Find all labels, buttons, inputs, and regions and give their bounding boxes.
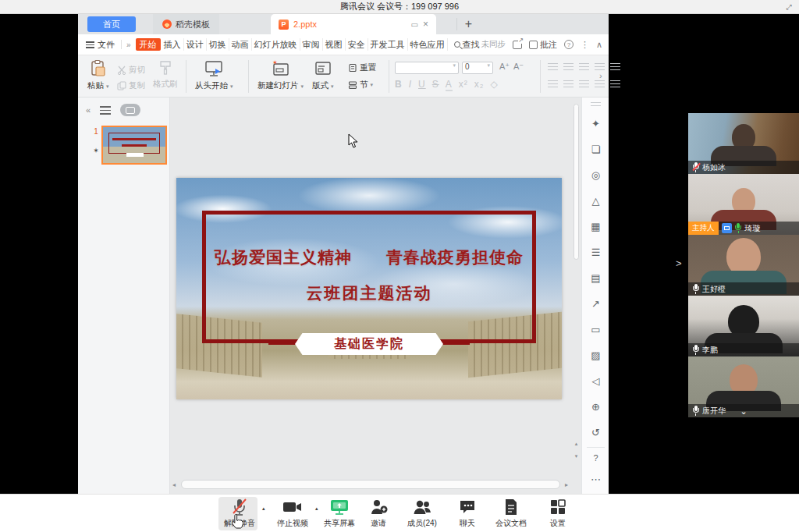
video-tile-3[interactable]: 王好橙 bbox=[688, 235, 799, 296]
clear-format-icon[interactable]: ◇ bbox=[490, 79, 498, 91]
justify-icon[interactable] bbox=[595, 80, 605, 88]
share-icon[interactable] bbox=[513, 41, 522, 49]
adjust-tools-icon[interactable]: ☰ bbox=[582, 246, 609, 258]
stop-video-button[interactable]: 停止视频 bbox=[272, 498, 314, 529]
font-color-icon[interactable]: A bbox=[446, 79, 453, 91]
members-button[interactable]: 成员(24) bbox=[401, 498, 443, 529]
history-icon[interactable]: ↺ bbox=[582, 427, 609, 438]
horizontal-scrollbar[interactable] bbox=[181, 480, 560, 489]
menu-item-devtools[interactable]: 开发工具 bbox=[368, 38, 408, 51]
find-button[interactable]: 查找 bbox=[454, 39, 480, 51]
slide-editor[interactable]: 弘扬爱国主义精神 青春战疫勇担使命 云班团主题活动 基础医学院 bbox=[176, 178, 562, 399]
align-center-icon[interactable] bbox=[563, 80, 574, 88]
collapse-panel-icon[interactable]: « bbox=[86, 105, 91, 115]
align-left-icon[interactable] bbox=[548, 80, 558, 88]
video-tile-5[interactable]: 唐开华 ⌄ bbox=[688, 356, 799, 417]
image-library-icon[interactable]: ▤ bbox=[582, 272, 609, 284]
paste-button[interactable]: 粘贴 ▾ bbox=[87, 59, 108, 91]
chat-button[interactable]: 聊天 bbox=[446, 498, 488, 529]
increase-indent-icon[interactable] bbox=[595, 63, 605, 71]
scroll-right-icon[interactable]: ▸ bbox=[565, 481, 568, 488]
fullscreen-icon[interactable]: ⤢ bbox=[783, 2, 794, 12]
video-tile-1[interactable]: 杨如冰 bbox=[688, 113, 799, 174]
reset-button[interactable]: 重置 bbox=[348, 62, 376, 73]
superscript-icon[interactable]: x² bbox=[459, 79, 468, 91]
collapse-ribbon-icon[interactable]: ∧ bbox=[596, 40, 602, 50]
app-grid-icon[interactable]: ▦ bbox=[582, 221, 609, 232]
font-name-select[interactable]: ▾ bbox=[395, 62, 459, 74]
mic-options-icon[interactable]: ▴ bbox=[262, 505, 265, 512]
italic-icon[interactable]: I bbox=[409, 79, 412, 91]
video-panel-expand-icon[interactable]: > bbox=[676, 257, 682, 269]
new-slide-button[interactable]: ✶ 新建幻灯片 ▾ bbox=[257, 59, 304, 91]
share-export-icon[interactable]: ↗ bbox=[582, 298, 609, 310]
new-tab-button[interactable]: + bbox=[456, 18, 480, 30]
menu-item-transition[interactable]: 切换 bbox=[207, 38, 229, 51]
bold-icon[interactable]: B bbox=[395, 79, 403, 91]
help-icon[interactable]: ? bbox=[564, 40, 574, 49]
text-box-icon[interactable]: ▭ bbox=[582, 324, 609, 335]
layout-button[interactable]: 版式 ▾ bbox=[312, 59, 333, 91]
present-tab-icon[interactable]: ▭ bbox=[411, 20, 418, 29]
video-options-icon[interactable]: ▴ bbox=[315, 505, 318, 512]
share-screen-button[interactable]: 共享屏幕 bbox=[318, 498, 360, 529]
scroll-up-icon[interactable]: ▴ bbox=[573, 441, 580, 447]
tab-home[interactable]: 首页 bbox=[87, 16, 136, 32]
menu-item-home[interactable]: 开始 bbox=[136, 38, 161, 51]
subscript-icon[interactable]: x₂ bbox=[474, 79, 485, 91]
text-direction-icon[interactable] bbox=[610, 63, 620, 71]
scroll-down-icon[interactable]: ▾ bbox=[573, 453, 580, 459]
line-spacing-icon[interactable] bbox=[610, 80, 620, 88]
scroll-left-icon[interactable]: ◂ bbox=[172, 481, 176, 488]
tab-document[interactable]: P 2.pptx ▭ × bbox=[271, 14, 436, 34]
object-tools-icon[interactable]: ◎ bbox=[582, 169, 609, 181]
outline-view-icon[interactable] bbox=[100, 106, 111, 115]
copy-button[interactable]: 复制 bbox=[117, 80, 145, 91]
format-painter-button[interactable]: 格式刷 bbox=[153, 59, 178, 90]
menu-item-design[interactable]: 设计 bbox=[184, 38, 207, 51]
shape-tools-icon[interactable]: ❏ bbox=[582, 144, 609, 155]
underline-icon[interactable]: U bbox=[418, 79, 426, 91]
vertical-scroll-thumb[interactable] bbox=[574, 104, 579, 260]
slide-canvas[interactable]: 弘扬爱国主义精神 青春战疫勇担使命 云班团主题活动 基础医学院 ▴ ▾ ◂ bbox=[170, 98, 581, 494]
insert-picture-icon[interactable]: ▨ bbox=[582, 349, 609, 361]
bullet-list-icon[interactable] bbox=[548, 63, 558, 71]
increase-font-icon[interactable]: A⁺ bbox=[499, 62, 510, 72]
plugin-icon[interactable]: ⊕ bbox=[582, 401, 609, 413]
more-menu-icon[interactable]: ⋮ bbox=[581, 40, 589, 50]
font-size-select[interactable]: 0▾ bbox=[462, 62, 493, 74]
settings-button[interactable]: 设置 bbox=[537, 498, 579, 529]
invite-button[interactable]: 邀请 bbox=[357, 498, 400, 529]
safety-tools-icon[interactable]: △ bbox=[582, 195, 609, 207]
align-right-icon[interactable] bbox=[579, 80, 589, 88]
menu-item-review[interactable]: 审阅 bbox=[300, 38, 323, 51]
slide-thumbnail[interactable] bbox=[101, 126, 167, 165]
menu-item-special[interactable]: 特色应用 bbox=[408, 38, 448, 51]
cut-button[interactable]: 剪切 bbox=[117, 65, 145, 76]
meeting-docs-button[interactable]: 会议文档 bbox=[490, 498, 532, 529]
sidebar-more-icon[interactable]: ⋯ bbox=[582, 473, 609, 485]
smart-beautify-icon[interactable]: ✦ bbox=[582, 118, 609, 129]
strikethrough-icon[interactable]: S bbox=[432, 79, 439, 91]
decrease-font-icon[interactable]: A⁻ bbox=[513, 62, 524, 72]
slide-view-icon[interactable] bbox=[120, 104, 140, 116]
video-tile-4[interactable]: 李鹏 bbox=[688, 296, 799, 356]
audio-icon[interactable]: ◁ bbox=[582, 375, 609, 387]
sidebar-handle-icon[interactable] bbox=[591, 102, 601, 106]
comment-button[interactable]: 批注 bbox=[529, 39, 557, 51]
menu-item-security[interactable]: 安全 bbox=[346, 38, 368, 51]
menu-item-slideshow[interactable]: 幻灯片放映 bbox=[252, 38, 300, 51]
sidebar-help-icon[interactable]: ? bbox=[582, 453, 609, 463]
section-button[interactable]: 节 ▾ bbox=[348, 80, 373, 90]
menu-item-view[interactable]: 视图 bbox=[323, 38, 346, 51]
file-menu[interactable]: 文件 bbox=[78, 39, 121, 51]
video-tile-2[interactable]: 主持人 琦璇 bbox=[688, 174, 799, 235]
ribbon-more-icon[interactable]: › bbox=[599, 71, 602, 80]
tab-docer[interactable]: 稻壳模板 bbox=[153, 14, 219, 34]
menu-overflow-icon[interactable]: » bbox=[122, 41, 136, 49]
menu-item-insert[interactable]: 插入 bbox=[162, 38, 184, 51]
menu-item-animation[interactable]: 动画 bbox=[229, 38, 252, 51]
vertical-scrollbar[interactable]: ▴ ▾ bbox=[573, 101, 580, 473]
play-from-start-button[interactable]: 从头开始 ▾ bbox=[195, 59, 233, 91]
numbered-list-icon[interactable] bbox=[563, 63, 574, 71]
